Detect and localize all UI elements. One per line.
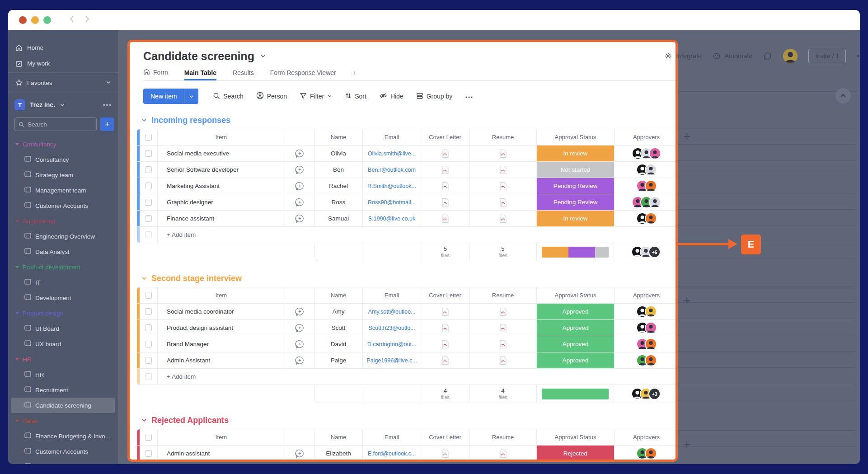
- column-header-email[interactable]: Email: [363, 129, 421, 145]
- name-cell[interactable]: Ross: [314, 194, 363, 210]
- email-cell[interactable]: Paige1996@live.c...: [363, 352, 421, 368]
- row-checkbox[interactable]: [145, 308, 152, 315]
- approvers-cell[interactable]: [615, 162, 678, 178]
- column-header-item[interactable]: Item: [158, 129, 285, 145]
- add-item-row[interactable]: + Add item: [137, 369, 678, 385]
- name-cell[interactable]: Amy: [314, 304, 363, 319]
- summary-status-distribution[interactable]: [537, 385, 615, 403]
- table-row[interactable]: Social media coordinatorAmyAmy.sott@outl…: [137, 304, 678, 320]
- status-cell[interactable]: Pending Review: [537, 194, 615, 210]
- open-conversation-button[interactable]: [285, 320, 314, 336]
- email-link[interactable]: Olivia.smith@live...: [368, 150, 416, 157]
- sort-button[interactable]: Sort: [345, 92, 366, 101]
- resume-file[interactable]: [469, 194, 537, 210]
- person-button[interactable]: Person: [256, 92, 287, 101]
- sidebar-section-header[interactable]: Product design: [8, 305, 118, 321]
- table-row[interactable]: Marketing AssistantRachelR.Smith@outlook…: [137, 178, 678, 194]
- add-item-row[interactable]: + Add item: [137, 227, 678, 243]
- email-cell[interactable]: Scott.h23@outlo...: [363, 320, 421, 336]
- maximize-window-button[interactable]: [43, 16, 51, 24]
- row-checkbox[interactable]: [145, 183, 152, 189]
- email-cell[interactable]: D.carrington@out...: [363, 336, 421, 352]
- add-column-button[interactable]: +: [680, 438, 693, 451]
- column-header-item[interactable]: Item: [158, 429, 285, 445]
- approvers-cell[interactable]: [615, 320, 678, 336]
- group-collapse-icon[interactable]: [141, 418, 147, 423]
- row-checkbox[interactable]: [145, 215, 152, 222]
- cover-letter-file[interactable]: [421, 320, 469, 336]
- email-link[interactable]: Paige1996@live.c...: [366, 357, 417, 364]
- item-cell[interactable]: Brand Manager: [158, 336, 285, 352]
- email-link[interactable]: Scott.h23@outlo...: [368, 325, 415, 331]
- sidebar-section-header[interactable]: Engineering: [8, 213, 118, 229]
- column-header-email[interactable]: Email: [363, 287, 421, 303]
- open-conversation-button[interactable]: [285, 304, 314, 319]
- column-header-resume[interactable]: Resume: [469, 287, 537, 303]
- open-conversation-button[interactable]: [285, 211, 314, 226]
- resume-file[interactable]: [469, 304, 537, 319]
- row-checkbox[interactable]: [145, 341, 152, 347]
- select-all-checkbox[interactable]: [145, 292, 152, 299]
- cover-letter-file[interactable]: [421, 336, 469, 352]
- item-cell[interactable]: Graphic designer: [158, 194, 285, 210]
- table-row[interactable]: Brand ManagerDavidD.carrington@out...App…: [137, 336, 678, 352]
- open-conversation-button[interactable]: [285, 145, 314, 161]
- sidebar-board-item[interactable]: Recruitment: [8, 382, 118, 398]
- name-cell[interactable]: Rachel: [314, 178, 363, 194]
- sidebar-board-item[interactable]: Customer Accounts: [8, 198, 118, 213]
- row-checkbox[interactable]: [145, 357, 152, 364]
- status-cell[interactable]: Approved: [537, 304, 615, 319]
- cover-letter-file[interactable]: [421, 304, 469, 319]
- open-conversation-button[interactable]: [285, 446, 314, 461]
- name-cell[interactable]: Paige: [314, 352, 363, 368]
- sidebar-board-item[interactable]: Engineering Overview: [8, 229, 118, 244]
- cover-letter-file[interactable]: [421, 194, 469, 210]
- tab-form[interactable]: Form: [143, 68, 168, 80]
- sidebar-board-item[interactable]: Finance Budgeting & Invo...: [8, 428, 118, 444]
- email-link[interactable]: Amy.sott@outloo...: [368, 309, 416, 315]
- name-cell[interactable]: Olivia: [314, 145, 363, 161]
- status-cell[interactable]: Pending Review: [537, 178, 615, 194]
- sidebar-section-header[interactable]: Sales: [8, 413, 118, 428]
- automate-button[interactable]: Automate: [713, 52, 752, 60]
- approvers-cell[interactable]: [615, 145, 678, 161]
- user-avatar[interactable]: [783, 49, 798, 63]
- group-header[interactable]: Incoming responses: [141, 114, 676, 126]
- search-button[interactable]: Search: [213, 92, 243, 101]
- browser-back-icon[interactable]: [68, 15, 76, 25]
- approvers-cell[interactable]: [615, 211, 678, 226]
- sidebar-board-item[interactable]: Data Analyst: [8, 244, 118, 259]
- cover-letter-file[interactable]: [421, 162, 469, 178]
- summary-status-distribution[interactable]: [537, 243, 615, 261]
- item-cell[interactable]: Admin Assistant: [158, 352, 285, 368]
- table-row[interactable]: Senior Software developerBenBen.r@outllo…: [137, 162, 678, 178]
- status-cell[interactable]: In review: [537, 211, 615, 226]
- sidebar-board-item[interactable]: Consultancy: [8, 152, 118, 167]
- cover-letter-file[interactable]: [421, 145, 469, 161]
- board-menu-icon[interactable]: •••: [857, 52, 860, 60]
- cover-letter-file[interactable]: [421, 446, 469, 461]
- cover-letter-file[interactable]: [421, 352, 469, 368]
- chat-button[interactable]: [763, 52, 772, 61]
- sidebar-board-item[interactable]: UI Board: [8, 321, 118, 336]
- column-header-approvers[interactable]: Approvers: [615, 429, 678, 445]
- email-link[interactable]: Ben.r@outllok.com: [368, 167, 416, 173]
- column-header-resume[interactable]: Resume: [469, 429, 537, 445]
- sidebar-section-header[interactable]: Product development: [8, 259, 118, 275]
- add-item-button[interactable]: + Add item: [158, 227, 678, 243]
- minimize-window-button[interactable]: [31, 16, 39, 24]
- table-row[interactable]: Admin assistantElizabethE.ford@outlook.c…: [137, 446, 678, 462]
- item-cell[interactable]: Product design assistant: [158, 320, 285, 336]
- column-header-cover-letter[interactable]: Cover Letter: [421, 429, 469, 445]
- tab-form-response-viewer[interactable]: Form Response Viewer: [270, 69, 336, 80]
- more-button[interactable]: [465, 93, 473, 100]
- resume-file[interactable]: [469, 446, 537, 461]
- sidebar-board-item[interactable]: HR: [8, 367, 118, 382]
- column-header-resume[interactable]: Resume: [469, 129, 537, 145]
- resume-file[interactable]: [469, 178, 537, 194]
- sidebar-section-header[interactable]: Consultancy: [8, 136, 118, 152]
- sidebar-section-header[interactable]: HR: [8, 352, 118, 367]
- item-cell[interactable]: Marketing Assistant: [158, 178, 285, 194]
- email-link[interactable]: R.Smith@outlook...: [367, 183, 416, 189]
- sidebar-search-input[interactable]: Search: [14, 117, 97, 131]
